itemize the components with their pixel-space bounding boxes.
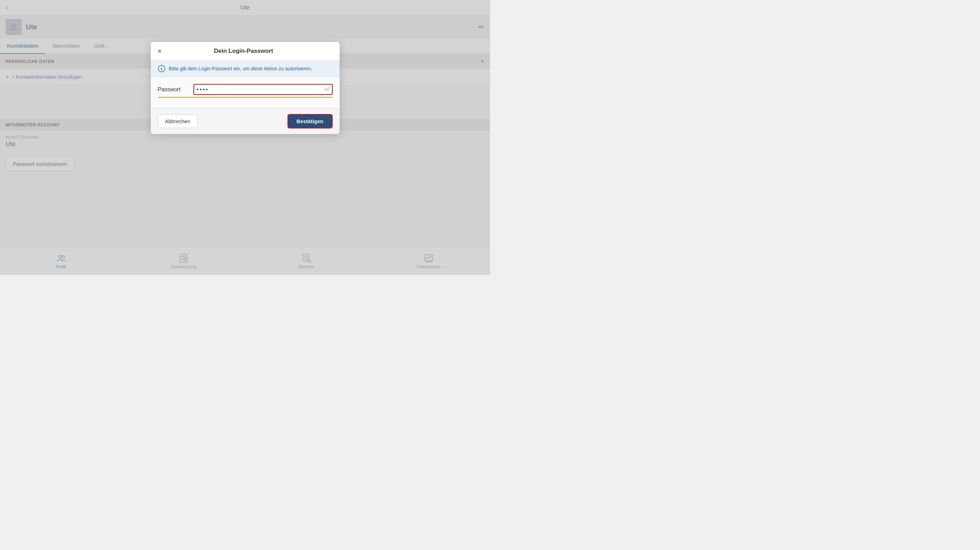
password-label: Passwort bbox=[158, 86, 189, 93]
modal-footer: Abbrechen Bestätigen bbox=[151, 108, 340, 134]
info-text: Bitte gib dein Login-Passwort ein, um di… bbox=[169, 66, 312, 72]
password-return-icon[interactable]: ⏎ bbox=[325, 86, 329, 93]
password-input-wrapper[interactable]: •••• ⏎ bbox=[193, 84, 332, 95]
modal-close-button[interactable]: × bbox=[158, 48, 162, 54]
info-banner: Bitte gib dein Login-Passwort ein, um di… bbox=[151, 61, 340, 77]
login-password-modal: × Dein Login-Passwort Bitte gib dein Log… bbox=[151, 42, 340, 134]
svg-point-18 bbox=[161, 67, 162, 68]
password-field-area: Passwort •••• ⏎ bbox=[151, 77, 340, 101]
confirm-button[interactable]: Bestätigen bbox=[288, 114, 332, 128]
cancel-button[interactable]: Abbrechen bbox=[158, 115, 198, 128]
password-row: Passwort •••• ⏎ bbox=[158, 84, 332, 97]
modal-header: × Dein Login-Passwort bbox=[151, 42, 340, 61]
modal-title: Dein Login-Passwort bbox=[166, 48, 321, 54]
info-icon bbox=[158, 65, 165, 72]
modal-overlay: × Dein Login-Passwort Bitte gib dein Log… bbox=[0, 0, 490, 275]
modal-spacer bbox=[151, 101, 340, 108]
password-dots: •••• bbox=[197, 86, 325, 93]
